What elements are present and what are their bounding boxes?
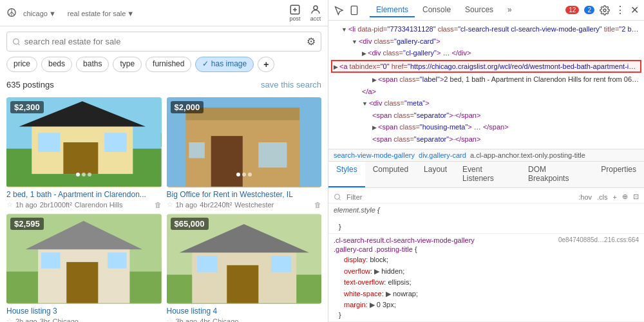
tab-dom-breakpoints[interactable]: DOM Breakpoints xyxy=(520,162,593,187)
empty-rule xyxy=(334,215,639,223)
listing-price: $2,000 xyxy=(171,101,204,113)
svg-rect-30 xyxy=(227,265,258,303)
tab-properties[interactable]: Properties xyxy=(593,162,644,187)
listing-price: $2,300 xyxy=(10,101,44,113)
location-label[interactable]: chicago▼ xyxy=(22,8,56,18)
tab-more[interactable]: » xyxy=(501,3,518,17)
dot xyxy=(88,173,91,176)
left-panel: ☮ chicago▼ real estate for sale▼ post ac… xyxy=(0,0,328,322)
css-source: 0e84740885d…216.css:664 xyxy=(558,236,639,243)
breadcrumb-item[interactable]: div.gallery-card xyxy=(419,151,466,159)
dot-active xyxy=(236,173,240,176)
listing-card[interactable]: $2,595 House listing 3 ☆ 2h ago 3br Chic… xyxy=(6,214,162,322)
listing-title[interactable]: Big Office for Rent in Westchester, IL xyxy=(167,190,322,199)
search-query-label[interactable]: real estate for sale▼ xyxy=(66,8,134,18)
add-rule-button[interactable]: + xyxy=(613,193,617,201)
dot xyxy=(248,173,252,176)
tab-sources[interactable]: Sources xyxy=(459,3,500,17)
html-line: ▼<div class="meta"> xyxy=(328,97,644,109)
account-button[interactable]: acct xyxy=(310,4,321,22)
postings-row: 635 postings save this search xyxy=(0,77,328,92)
listing-price: $2,595 xyxy=(10,218,44,230)
css-sub-selector: .gallery-card .posting-title { xyxy=(334,245,639,253)
mobile-icon[interactable] xyxy=(349,5,359,15)
listing-meta: ☆ 3h ago 4br Chicago xyxy=(167,317,322,322)
html-line-selected[interactable]: ▶<a tabindex="0" href="https://chicago.c… xyxy=(331,60,641,73)
css-prop: margin: ▶ 0 3px; xyxy=(334,299,639,311)
post-button[interactable]: post xyxy=(289,4,301,22)
listing-card[interactable]: $2,300 2 bed, 1 bath - Apartment in Clar… xyxy=(6,97,162,209)
location-text[interactable]: chicago xyxy=(23,10,48,17)
css-prop: display: block; xyxy=(334,254,639,266)
tab-styles[interactable]: Styles xyxy=(328,162,365,187)
html-line: ▶<span class="label">2 bed, 1 bath - Apa… xyxy=(328,73,644,86)
filter-has-image[interactable]: ✓ has image xyxy=(195,57,254,72)
filter-beds[interactable]: beds xyxy=(41,57,72,72)
css-prop: white-space: ▶ nowrap; xyxy=(334,289,639,300)
hov-button[interactable]: :hov xyxy=(578,193,592,201)
html-line: </a> xyxy=(328,86,644,98)
dot xyxy=(82,173,86,176)
svg-point-35 xyxy=(335,194,340,199)
dot xyxy=(242,173,246,176)
svg-rect-10 xyxy=(63,142,98,174)
star-icon[interactable]: ☆ xyxy=(6,317,13,322)
svg-point-34 xyxy=(603,9,606,12)
elements-html-view[interactable]: ▼<li data-pid="77334131128" class="cl-se… xyxy=(328,21,644,149)
save-search-link[interactable]: save this search xyxy=(261,80,321,90)
delete-icon[interactable]: 🗑 xyxy=(314,201,321,209)
filter-furnished[interactable]: furnished xyxy=(146,57,191,72)
listing-card[interactable]: $2,000 Big Office for Rent in Westcheste… xyxy=(167,97,322,209)
bottom-tabs: Styles Computed Layout Event Listeners D… xyxy=(328,162,644,188)
listing-title[interactable]: House listing 4 xyxy=(167,307,322,316)
header-icons: post acct xyxy=(289,4,321,22)
filter-search-icon xyxy=(334,193,341,201)
cls-button[interactable]: .cls xyxy=(597,193,608,201)
search-icon xyxy=(12,37,21,46)
tab-console[interactable]: Console xyxy=(416,3,457,17)
listing-title[interactable]: 2 bed, 1 bath - Apartment in Clarendon..… xyxy=(6,190,162,199)
filter-baths[interactable]: baths xyxy=(76,57,109,72)
devtools-topbar: Elements Console Sources » 12 2 ⋮ ✕ xyxy=(328,0,644,21)
tab-elements[interactable]: Elements xyxy=(370,3,415,17)
dot-active xyxy=(76,173,80,176)
filter-add[interactable]: + xyxy=(258,57,274,72)
html-line: ▶<div class="cl-gallery"> … </div> xyxy=(328,47,644,59)
filter-type[interactable]: type xyxy=(113,57,142,72)
breadcrumb-bar: search-view-mode-gallery div.gallery-car… xyxy=(328,149,644,162)
cl-header: ☮ chicago▼ real estate for sale▼ post ac… xyxy=(0,0,328,26)
grid-icon[interactable]: ⊡ xyxy=(633,193,639,201)
tab-layout[interactable]: Layout xyxy=(416,162,455,187)
star-icon[interactable]: ☆ xyxy=(6,200,13,209)
tab-computed[interactable]: Computed xyxy=(365,162,416,187)
settings-icon[interactable] xyxy=(600,5,610,15)
styles-filter-input[interactable] xyxy=(346,193,437,201)
svg-rect-12 xyxy=(104,133,126,151)
star-icon[interactable]: ☆ xyxy=(167,200,173,209)
close-icon[interactable]: ✕ xyxy=(630,4,639,16)
toggle-icon[interactable]: ⊕ xyxy=(622,193,628,201)
star-icon[interactable]: ☆ xyxy=(167,317,173,322)
devtools-tabs: Elements Console Sources » xyxy=(370,3,518,17)
breadcrumb-item[interactable]: search-view-mode-gallery xyxy=(334,151,415,159)
warning-badge: 2 xyxy=(584,6,594,14)
tab-event-listeners[interactable]: Event Listeners xyxy=(455,162,520,187)
css-rule-block: .cl-search-result.cl-search-view-mode-ga… xyxy=(328,234,644,322)
delete-icon[interactable]: 🗑 xyxy=(155,201,162,209)
peace-icon: ☮ xyxy=(6,6,17,20)
svg-rect-16 xyxy=(211,136,242,187)
styles-filter-row: :hov .cls + ⊕ ⊡ xyxy=(328,191,644,204)
element-style-selector: element.style { xyxy=(334,206,639,214)
listing-title[interactable]: House listing 3 xyxy=(6,307,162,316)
postings-count: 635 postings xyxy=(6,80,54,90)
devtools-panel: Elements Console Sources » 12 2 ⋮ ✕ ▼<li… xyxy=(328,0,644,322)
listing-card[interactable]: $65,000 House listing 4 ☆ 3h ago 4br Chi… xyxy=(167,214,322,322)
devtools-right-icons: 12 2 ⋮ ✕ xyxy=(565,4,639,16)
filter-price[interactable]: price xyxy=(6,57,37,72)
search-bar[interactable]: ⚙ xyxy=(6,32,321,52)
search-input[interactable] xyxy=(24,37,303,46)
ellipsis-icon[interactable]: ⋮ xyxy=(615,4,625,16)
svg-rect-17 xyxy=(258,142,287,167)
cursor-icon[interactable] xyxy=(334,5,344,15)
filter-icon[interactable]: ⚙ xyxy=(307,35,316,48)
